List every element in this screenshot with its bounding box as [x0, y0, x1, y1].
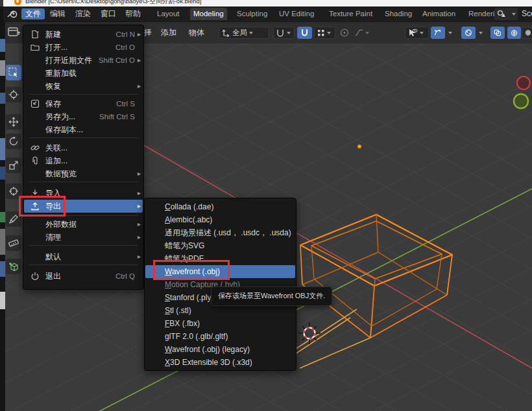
file-menu-item-data-previews[interactable]: 数据预览▸ [24, 167, 143, 180]
tab-texture-paint[interactable]: Texture Paint [326, 8, 376, 20]
xray-toggle-button[interactable] [490, 27, 505, 39]
file-menu-item-recover[interactable]: 恢复▸ [24, 80, 143, 93]
menu-render[interactable]: 渲染 [71, 8, 95, 19]
tab-sculpting[interactable]: Sculpting [234, 8, 271, 20]
tab-layout[interactable]: Layout [154, 8, 183, 20]
overlays-icon [465, 29, 472, 37]
gizmos-dropdown[interactable] [446, 27, 455, 39]
overlays-toggle-button[interactable] [461, 27, 476, 39]
menu-separator [29, 94, 138, 95]
file-menu-item-revert[interactable]: 重新加载 [24, 67, 143, 80]
shading-wireframe-button[interactable] [507, 27, 521, 39]
snap-with-dropdown[interactable] [314, 27, 335, 39]
menu-separator [29, 182, 138, 182]
object-menu[interactable]: 物体 [189, 27, 204, 38]
overlays-dropdown[interactable] [476, 27, 486, 39]
proportional-edit-button[interactable] [337, 27, 352, 39]
menu-edit[interactable]: 编辑 [46, 8, 69, 19]
add-menu[interactable]: 添加 [161, 27, 176, 38]
select-menu-partial[interactable]: 择 [144, 27, 152, 38]
menu-separator [29, 137, 138, 138]
gizmo-x-ball [517, 76, 530, 89]
tool-measure[interactable] [6, 235, 21, 251]
gizmo-y-ball [514, 94, 528, 108]
file-menu-item-save[interactable]: 保存Ctrl S [24, 97, 143, 110]
chevron-down-icon [249, 32, 253, 34]
menu-separator [29, 264, 138, 265]
xray-icon [494, 29, 502, 37]
file-menu-item-link[interactable]: 关联... [24, 141, 143, 154]
orientation-value: 全局 [232, 28, 247, 38]
editor-type-icon[interactable] [8, 27, 22, 38]
menu-help[interactable]: 帮助 [121, 8, 145, 19]
file-menu-item-open-recent[interactable]: 打开近期文件Shift Ctrl O▸ [24, 54, 143, 67]
gizmos-toggle-button[interactable] [431, 27, 445, 39]
tab-shading[interactable]: Shading [381, 8, 415, 20]
proportional-circle-icon [340, 28, 349, 38]
file-menu-item-quit[interactable]: 退出Ctrl Q [24, 270, 143, 283]
magnet-icon [300, 29, 309, 37]
file-menu-item-open[interactable]: 打开...Ctrl O [24, 41, 143, 54]
solid-sphere-icon [525, 29, 531, 37]
show-object-types-dropdown[interactable] [405, 27, 429, 39]
blender-logo-icon [14, 0, 21, 5]
scale-icon [8, 160, 19, 170]
shading-solid-button[interactable] [522, 27, 532, 39]
chevron-down-icon [287, 32, 291, 34]
file-menu-dropdown: 新建Ctrl N▸ 打开...Ctrl O 打开近期文件Shift Ctrl O… [23, 25, 144, 290]
file-menu-item-defaults[interactable]: 默认▸ [24, 250, 143, 263]
export-item-alembic[interactable]: Alembic(.abc) [145, 213, 295, 226]
falloff-dropdown[interactable] [352, 27, 372, 39]
tool-rotate[interactable] [6, 134, 21, 149]
chevron-down-icon [512, 13, 516, 16]
file-menu-item-save-copy[interactable]: 保存副本... [24, 123, 143, 136]
tool-cursor[interactable] [6, 87, 21, 102]
snap-toggle-button[interactable] [297, 27, 312, 39]
rotate-icon [8, 136, 19, 147]
snap-target-dropdown[interactable] [273, 27, 295, 39]
file-menu-item-append[interactable]: 追加... [24, 154, 143, 167]
chevron-down-icon [327, 32, 331, 34]
annotation-rect-export [19, 196, 66, 217]
menu-file[interactable]: 文件 [21, 8, 45, 19]
topbar: 文件 编辑 渲染 窗口 帮助 Layout Modeling Sculpting… [3, 6, 532, 21]
tool-select-box[interactable] [6, 65, 21, 80]
new-file-icon [30, 30, 40, 39]
export-item-grease-pencil-svg[interactable]: 蜡笔为SVG [145, 239, 295, 252]
chevron-down-icon [448, 32, 452, 34]
export-item-wavefront-legacy[interactable]: Wavefront (.obj) (legacy) [145, 343, 295, 356]
file-menu-item-external-data[interactable]: 外部数据▸ [24, 218, 143, 231]
tab-rendering[interactable]: Renderi [465, 8, 498, 20]
menu-separator [29, 245, 138, 246]
file-menu-item-new[interactable]: 新建Ctrl N▸ [24, 28, 143, 41]
tool-add-cube[interactable] [6, 259, 21, 274]
add-cube-icon [8, 261, 19, 272]
annotation-rect-wavefront [153, 260, 230, 280]
menu-window[interactable]: 窗口 [97, 8, 120, 19]
export-item-stl[interactable]: Stl (.stl) [145, 304, 295, 317]
link-chain-icon [30, 143, 40, 152]
export-item-x3d[interactable]: X3D Extensible 3D (.x3d) [145, 356, 295, 369]
export-item-usd[interactable]: 通用场景描述 (.usd， .usdc， .usda) [145, 226, 295, 239]
orientation-dropdown[interactable]: 全局 [219, 27, 269, 39]
select-box-icon [8, 67, 19, 78]
chevron-down-icon [420, 32, 424, 34]
annotate-pen-icon [8, 214, 19, 224]
scene-selector[interactable] [494, 8, 518, 20]
export-item-gltf[interactable]: glTF 2.0 (.glb/.gltf) [145, 330, 295, 343]
tab-modeling[interactable]: Modeling [190, 8, 227, 20]
file-menu-item-save-as[interactable]: 另存为...Shift Ctrl S [24, 110, 143, 123]
file-menu-item-clean-up[interactable]: 清理▸ [24, 231, 143, 244]
blender-app-icon[interactable] [7, 9, 19, 19]
open-folder-icon [30, 43, 40, 52]
scene-icon [497, 10, 506, 18]
tool-move[interactable] [6, 114, 21, 130]
orientation-axes-icon [222, 29, 230, 37]
tab-animation[interactable]: Animation [419, 8, 459, 20]
tool-scale[interactable] [6, 158, 21, 173]
falloff-curve-icon [355, 29, 363, 37]
tab-uv-editing[interactable]: UV Editing [276, 8, 317, 20]
chevron-down-icon [365, 32, 369, 34]
export-item-fbx[interactable]: FBX (.fbx) [145, 317, 295, 330]
export-item-collada[interactable]: Collada (.dae) [145, 200, 295, 213]
